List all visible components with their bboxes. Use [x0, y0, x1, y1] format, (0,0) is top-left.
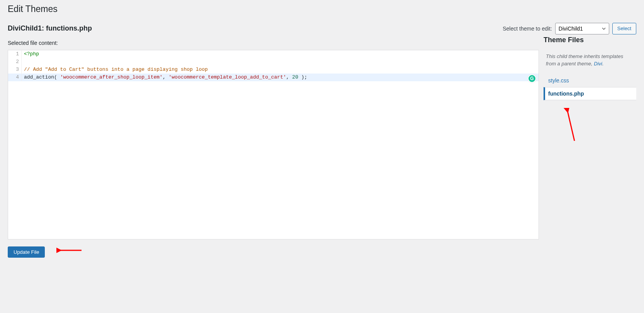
code-line-active: 4 add_action( 'woocommerce_after_shop_lo…: [8, 74, 539, 81]
inherit-note-text: This child theme inherits templates from…: [546, 53, 623, 67]
string-token: 'woocommerce_after_shop_loop_item': [60, 74, 163, 80]
code-line: 2: [8, 58, 539, 66]
code-line: 3 // Add "Add to Cart" buttons into a pa…: [8, 66, 539, 74]
line-number: 4: [8, 74, 22, 81]
editor-column: 1 <?php 2 3 // Add "Add to Cart" buttons…: [8, 50, 539, 258]
punct-token: ,: [163, 74, 169, 80]
number-token: 20: [292, 74, 298, 80]
code-editor[interactable]: 1 <?php 2 3 // Add "Add to Cart" buttons…: [8, 50, 539, 239]
punct-token: );: [298, 74, 307, 80]
selected-file-content-label: Selected file content:: [8, 40, 636, 46]
file-item-style-css[interactable]: style.css: [544, 74, 636, 87]
punct-token: ,: [286, 74, 292, 80]
theme-files-sidebar: Theme Files This child theme inherits te…: [544, 50, 636, 258]
header-row: DiviChild1: functions.php Select theme t…: [8, 23, 636, 34]
line-number: 3: [8, 66, 22, 74]
line-number: 1: [8, 50, 22, 58]
theme-select[interactable]: DiviChild1: [555, 23, 609, 34]
inherit-note-suffix: .: [602, 61, 604, 67]
line-content[interactable]: <?php: [22, 50, 39, 58]
parent-theme-link[interactable]: Divi: [594, 61, 602, 67]
theme-select-label: Select theme to edit:: [503, 26, 552, 32]
line-content[interactable]: add_action( 'woocommerce_after_shop_loop…: [22, 74, 307, 81]
inherit-note: This child theme inherits templates from…: [544, 50, 636, 74]
page-title: Edit Themes: [8, 0, 636, 23]
annotation-arrow-icon: [563, 108, 578, 143]
code-line: 1 <?php: [8, 50, 539, 58]
grammarly-icon[interactable]: G: [528, 74, 536, 83]
update-file-button[interactable]: Update File: [8, 246, 45, 258]
file-item-functions-php[interactable]: functions.php: [544, 87, 636, 100]
theme-select-group: Select theme to edit: DiviChild1 Select: [503, 23, 636, 34]
code-area[interactable]: 1 <?php 2 3 // Add "Add to Cart" buttons…: [8, 50, 539, 81]
punct-token: (: [54, 74, 60, 80]
file-editor-heading: DiviChild1: functions.php: [8, 24, 92, 32]
select-button[interactable]: Select: [612, 23, 636, 34]
main-layout: 1 <?php 2 3 // Add "Add to Cart" buttons…: [8, 50, 636, 258]
svg-line-1: [568, 111, 574, 141]
comment-token: // Add "Add to Cart" buttons into a page…: [24, 67, 208, 72]
function-token: add_action: [24, 74, 54, 80]
file-list: style.css functions.php: [544, 74, 636, 100]
string-token: 'woocommerce_template_loop_add_to_cart': [168, 74, 286, 80]
php-open-tag: <?php: [24, 51, 39, 57]
line-content[interactable]: [22, 58, 24, 66]
theme-files-heading: Theme Files: [544, 36, 636, 44]
annotation-arrow-icon: [56, 245, 83, 256]
line-number: 2: [8, 58, 22, 66]
line-content[interactable]: // Add "Add to Cart" buttons into a page…: [22, 66, 208, 74]
